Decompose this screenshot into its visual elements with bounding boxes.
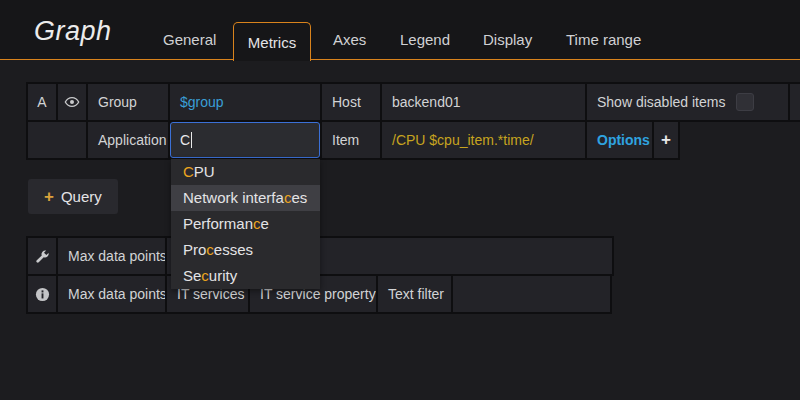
application-input[interactable]: C: [170, 122, 320, 158]
group-label: Group: [88, 84, 168, 120]
typeahead-item-security[interactable]: Security: [171, 263, 320, 289]
text-filter-cell[interactable]: Text filter: [378, 276, 451, 312]
options-row-wrench: Max data points: [28, 238, 612, 274]
application-label: Application: [88, 122, 168, 158]
toggle-visibility-cell[interactable]: [58, 84, 86, 120]
item-label: Item: [322, 122, 380, 158]
host-value[interactable]: backend01: [382, 84, 585, 120]
tab-axes[interactable]: Axes: [333, 31, 366, 48]
tab-time-range[interactable]: Time range: [566, 31, 641, 48]
options-button[interactable]: Options: [587, 122, 652, 158]
tab-general[interactable]: General: [163, 31, 216, 48]
group-value[interactable]: $group: [170, 84, 320, 120]
panel-editor-header: Graph General Axes Legend Display Time r…: [0, 0, 800, 60]
query-row-1: A Group $group Host backend01 Show disab…: [28, 84, 800, 120]
wrench-icon: [35, 249, 50, 264]
info-icon: [35, 287, 50, 302]
show-disabled-checkbox[interactable]: [736, 93, 754, 111]
application-input-value: C: [180, 132, 190, 148]
query-letter[interactable]: A: [28, 84, 56, 120]
typeahead-item-network-interfaces[interactable]: Network interfaces: [171, 185, 320, 211]
typeahead-item-processes[interactable]: Processes: [171, 237, 320, 263]
typeahead-item-performance[interactable]: Performance: [171, 211, 320, 237]
item-value[interactable]: /CPU $cpu_item.*time/: [382, 122, 585, 158]
info-cell[interactable]: [28, 276, 56, 312]
show-disabled-label: Show disabled items: [597, 94, 725, 110]
add-query-label: Query: [61, 188, 102, 205]
row2-spacer-cell: [28, 122, 86, 158]
metrics-editor: A Group $group Host backend01 Show disab…: [0, 60, 800, 400]
add-metric-button[interactable]: +: [654, 122, 678, 158]
typeahead-dropdown: CPU Network interfaces Performance Proce…: [171, 159, 320, 289]
wrench-cell[interactable]: [28, 238, 56, 274]
row4-trailing-cell: [453, 276, 610, 312]
tab-display[interactable]: Display: [483, 31, 532, 48]
eye-icon: [64, 94, 80, 110]
text-cursor: [191, 132, 192, 148]
row1-trailing-cell: [790, 84, 800, 120]
panel-title: Graph: [34, 16, 112, 47]
max-data-points-label: Max data points: [58, 238, 165, 274]
show-disabled-cell: Show disabled items: [587, 84, 788, 120]
add-query-button[interactable]: + Query: [28, 179, 118, 214]
host-label: Host: [322, 84, 380, 120]
typeahead-item-cpu[interactable]: CPU: [171, 159, 320, 185]
max-data-points-label: Max data points: [58, 276, 165, 312]
plus-icon: +: [44, 187, 54, 207]
tab-legend[interactable]: Legend: [400, 31, 450, 48]
plus-icon: +: [661, 130, 671, 150]
query-row-2: Application C Item /CPU $cpu_item.*time/…: [28, 122, 678, 158]
tab-metrics[interactable]: Metrics: [233, 22, 311, 61]
